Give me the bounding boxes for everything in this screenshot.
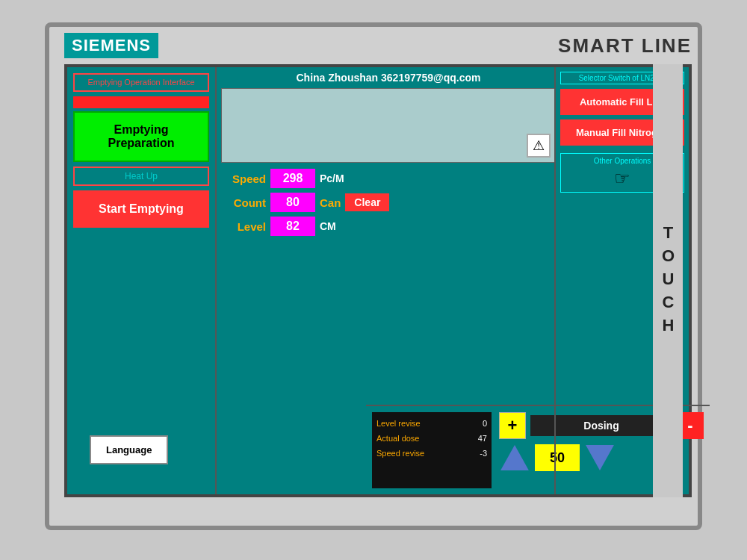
actual-dose-label: Actual dose bbox=[376, 432, 419, 447]
arrow-up-button[interactable] bbox=[499, 444, 530, 472]
speed-row: Speed 298 Pc/M bbox=[221, 169, 556, 188]
level-revise-row: Level revise 0 bbox=[376, 417, 487, 432]
speed-unit: Pc/M bbox=[320, 172, 344, 184]
speed-revise-label: Speed revise bbox=[376, 447, 424, 461]
touch-text: TOUCH bbox=[658, 223, 678, 339]
speed-revise-row: Speed revise -3 bbox=[376, 447, 487, 461]
language-button[interactable]: Language bbox=[90, 435, 168, 464]
siemens-logo: SIEMENS bbox=[64, 33, 158, 58]
level-row: Level 82 CM bbox=[221, 217, 556, 236]
level-revise-label: Level revise bbox=[376, 417, 421, 432]
speed-revise-value: -3 bbox=[480, 447, 487, 461]
actual-dose-row: Actual dose 47 bbox=[376, 432, 487, 447]
count-row: Count 80 Can Clear bbox=[221, 193, 556, 212]
red-status-bar bbox=[73, 96, 209, 108]
left-panel: Emptying Operation Interface Emptying Pr… bbox=[67, 67, 217, 494]
heat-up-label: Heat Up bbox=[78, 171, 205, 181]
clear-button[interactable]: Clear bbox=[345, 193, 389, 211]
emptying-op-label: Emptying Operation Interface bbox=[78, 78, 205, 87]
touch-label: TOUCH bbox=[653, 64, 683, 497]
emptying-op-box: Emptying Operation Interface bbox=[73, 73, 209, 92]
count-value[interactable]: 80 bbox=[270, 193, 315, 212]
display-box: ⚠ bbox=[221, 88, 556, 163]
actual-dose-value: 47 bbox=[478, 432, 487, 447]
logo-area: SIEMENS SMART LINE bbox=[64, 33, 692, 58]
revision-box: Level revise 0 Actual dose 47 Speed revi… bbox=[372, 412, 492, 488]
plus-button[interactable]: + bbox=[499, 412, 526, 439]
level-label: Level bbox=[221, 220, 266, 233]
heat-up-box: Heat Up bbox=[73, 167, 209, 186]
contact-header: China Zhoushan 362197759@qq.com bbox=[221, 72, 556, 84]
speed-value[interactable]: 298 bbox=[270, 169, 315, 188]
level-value[interactable]: 82 bbox=[270, 217, 315, 236]
main-screen: Emptying Operation Interface Emptying Pr… bbox=[64, 64, 692, 497]
outer-frame: SIEMENS SMART LINE Emptying Operation In… bbox=[45, 22, 702, 530]
count-label: Count bbox=[221, 196, 266, 209]
speed-label: Speed bbox=[221, 172, 266, 185]
level-unit: CM bbox=[320, 220, 336, 232]
warning-icon: ⚠ bbox=[527, 134, 551, 158]
start-emptying-button[interactable]: Start Emptying bbox=[73, 190, 209, 228]
emptying-prep-button[interactable]: Emptying Preparation bbox=[73, 111, 209, 162]
level-revise-value: 0 bbox=[483, 417, 487, 432]
can-label: Can bbox=[320, 196, 341, 209]
smart-line-text: SMART LINE bbox=[558, 34, 692, 57]
center-panel: China Zhoushan 362197759@qq.com ⚠ Speed … bbox=[217, 67, 560, 494]
